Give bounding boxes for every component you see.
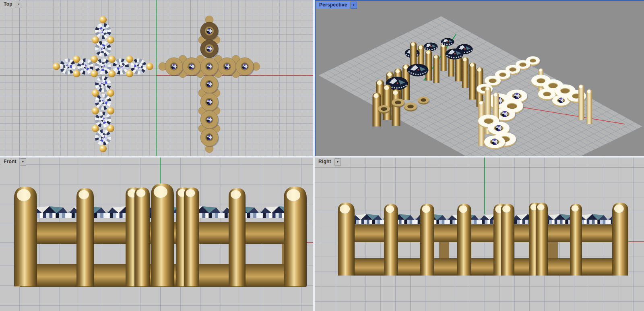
chevron-down-icon[interactable]: ▾ [351, 2, 357, 9]
viewport-top: Top ▾ [0, 0, 313, 156]
viewport-label-top[interactable]: Top [1, 0, 15, 8]
chevron-down-icon[interactable]: ▾ [20, 158, 26, 166]
perspective-viewport-canvas[interactable] [316, 1, 644, 156]
viewport-perspective: Perspective ▾ [315, 0, 644, 156]
right-viewport-title: Right ▾ [316, 158, 341, 166]
front-viewport-title: Front ▾ [1, 158, 26, 166]
viewport-label-perspective[interactable]: Perspective [316, 1, 350, 9]
perspective-viewport-title: Perspective ▾ [316, 1, 357, 9]
chevron-down-icon[interactable]: ▾ [334, 158, 341, 166]
right-viewport-canvas[interactable] [315, 158, 644, 311]
chevron-down-icon[interactable]: ▾ [16, 1, 22, 8]
top-viewport-title: Top ▾ [1, 0, 22, 8]
viewport-label-right[interactable]: Right [316, 158, 334, 166]
viewport-label-front[interactable]: Front [1, 158, 19, 166]
front-viewport-canvas[interactable] [0, 158, 313, 311]
cad-app-window: Top ▾ Perspective ▾ [0, 0, 644, 311]
viewport-right: Right ▾ [315, 158, 644, 311]
top-viewport-canvas[interactable] [0, 0, 313, 156]
viewport-front: Front ▾ [0, 158, 313, 311]
